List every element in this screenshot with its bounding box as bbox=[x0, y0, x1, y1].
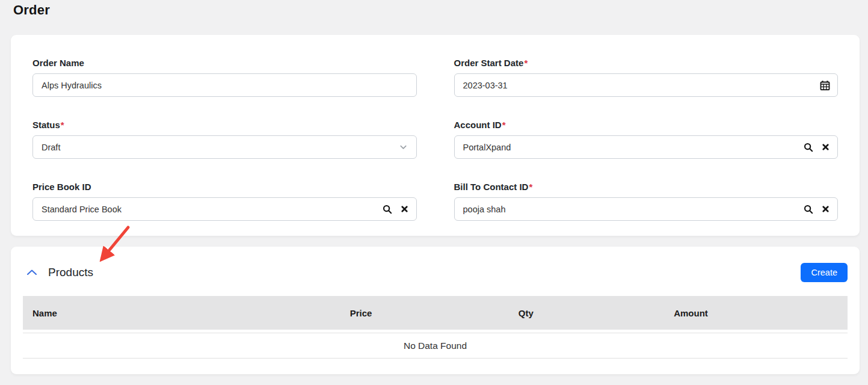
account-id-lookup bbox=[454, 135, 839, 159]
bill-to-contact-id-label: Bill To Contact ID* bbox=[454, 182, 839, 192]
field-label-text: Status bbox=[32, 120, 60, 130]
required-asterisk: * bbox=[529, 182, 532, 192]
page-title: Order bbox=[13, 2, 50, 18]
order-name-input[interactable] bbox=[32, 73, 417, 97]
field-account-id: Account ID* bbox=[454, 120, 839, 159]
order-start-date-input[interactable] bbox=[454, 73, 839, 97]
price-book-id-input[interactable] bbox=[42, 198, 374, 220]
status-select[interactable]: Draft bbox=[32, 135, 417, 159]
field-order-start-date: Order Start Date* bbox=[454, 58, 839, 97]
products-section-title: Products bbox=[48, 266, 93, 279]
field-label-text: Order Name bbox=[32, 58, 84, 68]
search-icon[interactable] bbox=[804, 143, 813, 152]
empty-table-row: No Data Found bbox=[23, 333, 848, 359]
required-asterisk: * bbox=[61, 120, 64, 130]
field-price-book-id: Price Book ID bbox=[32, 182, 417, 221]
products-header: Products Create bbox=[23, 262, 848, 283]
order-name-label: Order Name bbox=[32, 58, 417, 68]
search-icon[interactable] bbox=[804, 205, 813, 214]
status-selected-value: Draft bbox=[42, 143, 60, 152]
field-order-name: Order Name bbox=[32, 58, 417, 97]
x-icon[interactable] bbox=[401, 206, 408, 212]
column-header-amount: Amount bbox=[608, 308, 773, 318]
products-table: Name Price Qty Amount No Data Found bbox=[23, 296, 848, 359]
required-asterisk: * bbox=[502, 120, 506, 130]
account-id-label: Account ID* bbox=[454, 120, 839, 130]
status-label: Status* bbox=[32, 120, 417, 130]
order-form-card: Order Name Order Start Date* bbox=[11, 35, 860, 236]
column-header-name: Name bbox=[23, 308, 279, 318]
field-label-text: Price Book ID bbox=[32, 182, 91, 192]
account-id-input[interactable] bbox=[463, 136, 795, 158]
order-form-grid: Order Name Order Start Date* bbox=[32, 58, 838, 221]
x-icon[interactable] bbox=[822, 144, 829, 150]
field-label-text: Order Start Date bbox=[454, 58, 524, 68]
column-header-price: Price bbox=[279, 308, 443, 318]
bill-to-contact-id-input[interactable] bbox=[463, 198, 795, 220]
field-bill-to-contact-id: Bill To Contact ID* bbox=[454, 182, 839, 221]
bill-to-contact-id-lookup bbox=[454, 197, 839, 221]
products-table-header: Name Price Qty Amount bbox=[23, 296, 848, 330]
search-icon[interactable] bbox=[383, 205, 392, 214]
order-start-date-label: Order Start Date* bbox=[454, 58, 839, 68]
chevron-up-icon[interactable] bbox=[25, 268, 38, 277]
field-status: Status* Draft bbox=[32, 120, 417, 159]
create-button[interactable]: Create bbox=[801, 263, 848, 282]
order-start-date-control bbox=[454, 73, 839, 97]
price-book-id-lookup bbox=[32, 197, 417, 221]
column-header-qty: Qty bbox=[443, 308, 608, 318]
required-asterisk: * bbox=[524, 58, 528, 68]
products-card: Products Create Name Price Qty Amount No… bbox=[11, 247, 860, 374]
calendar-icon[interactable] bbox=[820, 80, 830, 90]
chevron-down-icon bbox=[399, 143, 408, 152]
price-book-id-label: Price Book ID bbox=[32, 182, 417, 192]
x-icon[interactable] bbox=[822, 206, 829, 212]
no-data-message: No Data Found bbox=[404, 340, 467, 351]
field-label-text: Bill To Contact ID bbox=[454, 182, 529, 192]
field-label-text: Account ID bbox=[454, 120, 502, 130]
